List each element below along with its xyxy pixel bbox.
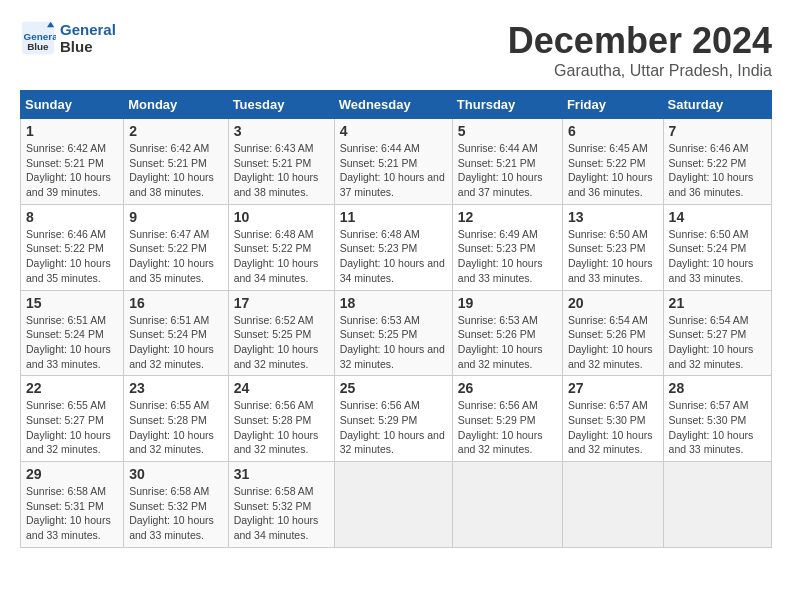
logo-line2: Blue: [60, 38, 116, 55]
calendar-cell: 30Sunrise: 6:58 AM Sunset: 5:32 PM Dayli…: [124, 462, 228, 548]
day-info: Sunrise: 6:45 AM Sunset: 5:22 PM Dayligh…: [568, 141, 658, 200]
day-number: 29: [26, 466, 118, 482]
day-number: 31: [234, 466, 329, 482]
calendar-title: December 2024: [508, 20, 772, 62]
day-number: 21: [669, 295, 766, 311]
day-number: 16: [129, 295, 222, 311]
day-info: Sunrise: 6:51 AM Sunset: 5:24 PM Dayligh…: [26, 313, 118, 372]
day-info: Sunrise: 6:42 AM Sunset: 5:21 PM Dayligh…: [129, 141, 222, 200]
day-info: Sunrise: 6:46 AM Sunset: 5:22 PM Dayligh…: [26, 227, 118, 286]
calendar-cell: 20Sunrise: 6:54 AM Sunset: 5:26 PM Dayli…: [562, 290, 663, 376]
calendar-subtitle: Garautha, Uttar Pradesh, India: [508, 62, 772, 80]
calendar-cell: 4Sunrise: 6:44 AM Sunset: 5:21 PM Daylig…: [334, 119, 452, 205]
calendar-cell: 1Sunrise: 6:42 AM Sunset: 5:21 PM Daylig…: [21, 119, 124, 205]
calendar-cell: 9Sunrise: 6:47 AM Sunset: 5:22 PM Daylig…: [124, 204, 228, 290]
day-info: Sunrise: 6:50 AM Sunset: 5:24 PM Dayligh…: [669, 227, 766, 286]
day-info: Sunrise: 6:52 AM Sunset: 5:25 PM Dayligh…: [234, 313, 329, 372]
day-info: Sunrise: 6:57 AM Sunset: 5:30 PM Dayligh…: [669, 398, 766, 457]
day-number: 6: [568, 123, 658, 139]
day-number: 19: [458, 295, 557, 311]
calendar-cell: 18Sunrise: 6:53 AM Sunset: 5:25 PM Dayli…: [334, 290, 452, 376]
calendar-week-2: 8Sunrise: 6:46 AM Sunset: 5:22 PM Daylig…: [21, 204, 772, 290]
day-info: Sunrise: 6:54 AM Sunset: 5:26 PM Dayligh…: [568, 313, 658, 372]
day-number: 4: [340, 123, 447, 139]
calendar-cell: 31Sunrise: 6:58 AM Sunset: 5:32 PM Dayli…: [228, 462, 334, 548]
weekday-header-wednesday: Wednesday: [334, 91, 452, 119]
day-info: Sunrise: 6:51 AM Sunset: 5:24 PM Dayligh…: [129, 313, 222, 372]
day-number: 13: [568, 209, 658, 225]
calendar-cell: [452, 462, 562, 548]
header: General Blue General Blue December 2024 …: [20, 20, 772, 80]
calendar-week-4: 22Sunrise: 6:55 AM Sunset: 5:27 PM Dayli…: [21, 376, 772, 462]
calendar-cell: [334, 462, 452, 548]
day-number: 12: [458, 209, 557, 225]
calendar-cell: 17Sunrise: 6:52 AM Sunset: 5:25 PM Dayli…: [228, 290, 334, 376]
day-info: Sunrise: 6:58 AM Sunset: 5:31 PM Dayligh…: [26, 484, 118, 543]
day-number: 8: [26, 209, 118, 225]
day-number: 1: [26, 123, 118, 139]
day-number: 9: [129, 209, 222, 225]
day-info: Sunrise: 6:56 AM Sunset: 5:28 PM Dayligh…: [234, 398, 329, 457]
weekday-header-thursday: Thursday: [452, 91, 562, 119]
day-number: 22: [26, 380, 118, 396]
day-info: Sunrise: 6:53 AM Sunset: 5:25 PM Dayligh…: [340, 313, 447, 372]
day-number: 30: [129, 466, 222, 482]
day-number: 3: [234, 123, 329, 139]
calendar-cell: 26Sunrise: 6:56 AM Sunset: 5:29 PM Dayli…: [452, 376, 562, 462]
calendar-cell: 15Sunrise: 6:51 AM Sunset: 5:24 PM Dayli…: [21, 290, 124, 376]
day-number: 18: [340, 295, 447, 311]
weekday-header-sunday: Sunday: [21, 91, 124, 119]
calendar-cell: 10Sunrise: 6:48 AM Sunset: 5:22 PM Dayli…: [228, 204, 334, 290]
calendar-table: SundayMondayTuesdayWednesdayThursdayFrid…: [20, 90, 772, 548]
day-info: Sunrise: 6:53 AM Sunset: 5:26 PM Dayligh…: [458, 313, 557, 372]
calendar-cell: 23Sunrise: 6:55 AM Sunset: 5:28 PM Dayli…: [124, 376, 228, 462]
logo: General Blue General Blue: [20, 20, 116, 56]
day-number: 20: [568, 295, 658, 311]
calendar-cell: 7Sunrise: 6:46 AM Sunset: 5:22 PM Daylig…: [663, 119, 771, 205]
day-number: 23: [129, 380, 222, 396]
weekday-header-saturday: Saturday: [663, 91, 771, 119]
day-number: 17: [234, 295, 329, 311]
calendar-cell: 6Sunrise: 6:45 AM Sunset: 5:22 PM Daylig…: [562, 119, 663, 205]
day-number: 14: [669, 209, 766, 225]
calendar-cell: [562, 462, 663, 548]
day-info: Sunrise: 6:43 AM Sunset: 5:21 PM Dayligh…: [234, 141, 329, 200]
calendar-cell: 12Sunrise: 6:49 AM Sunset: 5:23 PM Dayli…: [452, 204, 562, 290]
day-number: 26: [458, 380, 557, 396]
calendar-cell: 5Sunrise: 6:44 AM Sunset: 5:21 PM Daylig…: [452, 119, 562, 205]
calendar-cell: [663, 462, 771, 548]
weekday-header-tuesday: Tuesday: [228, 91, 334, 119]
calendar-cell: 8Sunrise: 6:46 AM Sunset: 5:22 PM Daylig…: [21, 204, 124, 290]
calendar-cell: 25Sunrise: 6:56 AM Sunset: 5:29 PM Dayli…: [334, 376, 452, 462]
day-info: Sunrise: 6:48 AM Sunset: 5:22 PM Dayligh…: [234, 227, 329, 286]
calendar-cell: 29Sunrise: 6:58 AM Sunset: 5:31 PM Dayli…: [21, 462, 124, 548]
day-number: 11: [340, 209, 447, 225]
calendar-cell: 2Sunrise: 6:42 AM Sunset: 5:21 PM Daylig…: [124, 119, 228, 205]
calendar-cell: 21Sunrise: 6:54 AM Sunset: 5:27 PM Dayli…: [663, 290, 771, 376]
day-number: 27: [568, 380, 658, 396]
calendar-cell: 24Sunrise: 6:56 AM Sunset: 5:28 PM Dayli…: [228, 376, 334, 462]
day-number: 15: [26, 295, 118, 311]
day-info: Sunrise: 6:58 AM Sunset: 5:32 PM Dayligh…: [234, 484, 329, 543]
day-info: Sunrise: 6:50 AM Sunset: 5:23 PM Dayligh…: [568, 227, 658, 286]
day-info: Sunrise: 6:56 AM Sunset: 5:29 PM Dayligh…: [340, 398, 447, 457]
day-number: 25: [340, 380, 447, 396]
day-info: Sunrise: 6:56 AM Sunset: 5:29 PM Dayligh…: [458, 398, 557, 457]
day-info: Sunrise: 6:46 AM Sunset: 5:22 PM Dayligh…: [669, 141, 766, 200]
day-number: 2: [129, 123, 222, 139]
calendar-cell: 19Sunrise: 6:53 AM Sunset: 5:26 PM Dayli…: [452, 290, 562, 376]
calendar-cell: 13Sunrise: 6:50 AM Sunset: 5:23 PM Dayli…: [562, 204, 663, 290]
day-number: 7: [669, 123, 766, 139]
day-info: Sunrise: 6:57 AM Sunset: 5:30 PM Dayligh…: [568, 398, 658, 457]
calendar-cell: 14Sunrise: 6:50 AM Sunset: 5:24 PM Dayli…: [663, 204, 771, 290]
day-info: Sunrise: 6:44 AM Sunset: 5:21 PM Dayligh…: [340, 141, 447, 200]
weekday-header-row: SundayMondayTuesdayWednesdayThursdayFrid…: [21, 91, 772, 119]
day-number: 5: [458, 123, 557, 139]
logo-line1: General: [60, 21, 116, 38]
calendar-cell: 27Sunrise: 6:57 AM Sunset: 5:30 PM Dayli…: [562, 376, 663, 462]
day-info: Sunrise: 6:42 AM Sunset: 5:21 PM Dayligh…: [26, 141, 118, 200]
day-info: Sunrise: 6:44 AM Sunset: 5:21 PM Dayligh…: [458, 141, 557, 200]
calendar-cell: 22Sunrise: 6:55 AM Sunset: 5:27 PM Dayli…: [21, 376, 124, 462]
calendar-week-3: 15Sunrise: 6:51 AM Sunset: 5:24 PM Dayli…: [21, 290, 772, 376]
weekday-header-monday: Monday: [124, 91, 228, 119]
